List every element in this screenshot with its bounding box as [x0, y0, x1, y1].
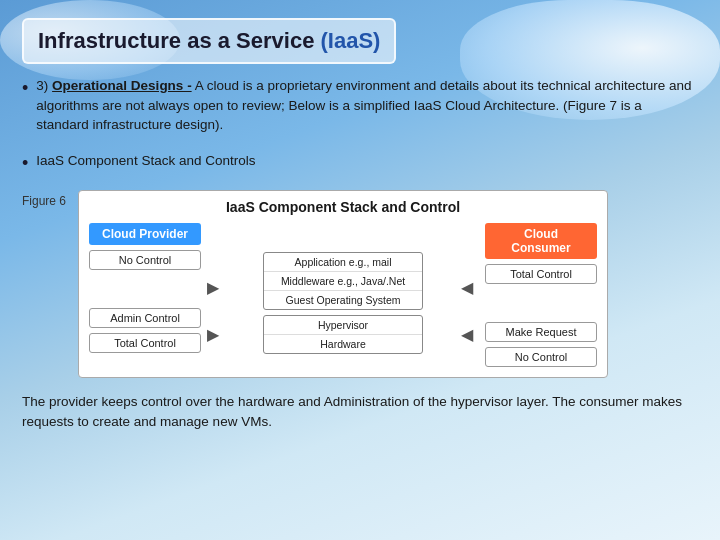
consumer-column: Cloud Consumer Total Control Make Reques…: [485, 223, 597, 367]
title-highlight: (IaaS): [320, 28, 380, 53]
consumer-ctrl-1: Total Control: [485, 264, 597, 284]
diagram-title: IaaS Component Stack and Control: [89, 199, 597, 215]
arrow-2: ▶: [207, 325, 225, 344]
bullet-item-1: • 3) Operational Designs - A cloud is a …: [22, 76, 698, 135]
footer-text: The provider keeps control over the hard…: [22, 392, 698, 433]
hw-stack: Hypervisor Hardware: [263, 315, 423, 354]
bullet-text-2: IaaS Component Stack and Controls: [36, 151, 255, 171]
hw-item-1: Hypervisor: [264, 316, 422, 335]
diagram-box: IaaS Component Stack and Control Cloud P…: [78, 190, 608, 378]
hw-item-2: Hardware: [264, 335, 422, 353]
slide-container: Infrastructure as a Service (IaaS) • 3) …: [0, 0, 720, 540]
provider-ctrl-2: Admin Control: [89, 308, 201, 328]
app-stack: Application e.g., mail Middleware e.g., …: [263, 252, 423, 310]
arrows-right-col: ◀ ◀: [461, 223, 479, 344]
middle-column: Application e.g., mail Middleware e.g., …: [231, 223, 455, 354]
page-title: Infrastructure as a Service (IaaS): [38, 28, 380, 53]
bullet-section-2: • IaaS Component Stack and Controls: [22, 151, 698, 182]
provider-ctrl-1: No Control: [89, 250, 201, 270]
provider-ctrl-3: Total Control: [89, 333, 201, 353]
bullet-text-1: 3) Operational Designs - A cloud is a pr…: [36, 76, 698, 135]
stack-item-1: Application e.g., mail: [264, 253, 422, 272]
stack-item-3: Guest Operating System: [264, 291, 422, 309]
provider-column: Cloud Provider No Control Admin Control …: [89, 223, 201, 353]
bullet-prefix-1: 3): [36, 78, 48, 93]
cloud-provider-label: Cloud Provider: [89, 223, 201, 245]
bullet-underline-1: Operational Designs -: [52, 78, 192, 93]
cloud-consumer-label: Cloud Consumer: [485, 223, 597, 259]
consumer-ctrl-3: No Control: [485, 347, 597, 367]
arrows-col: ▶ ▶: [207, 223, 225, 344]
arrow-4: ◀: [461, 325, 479, 344]
bullet-dot-2: •: [22, 153, 28, 174]
consumer-ctrl-2: Make Request: [485, 322, 597, 342]
figure-label: Figure 6: [22, 194, 66, 208]
figure-section: Figure 6 IaaS Component Stack and Contro…: [22, 190, 698, 378]
arrow-1: ▶: [207, 278, 225, 297]
bullet-section-1: • 3) Operational Designs - A cloud is a …: [22, 76, 698, 143]
bullet-item-2: • IaaS Component Stack and Controls: [22, 151, 698, 174]
title-box: Infrastructure as a Service (IaaS): [22, 18, 396, 64]
arrow-3: ◀: [461, 278, 479, 297]
bullet-dot-1: •: [22, 78, 28, 99]
stack-item-2: Middleware e.g., Java/.Net: [264, 272, 422, 291]
title-plain: Infrastructure as a Service: [38, 28, 320, 53]
